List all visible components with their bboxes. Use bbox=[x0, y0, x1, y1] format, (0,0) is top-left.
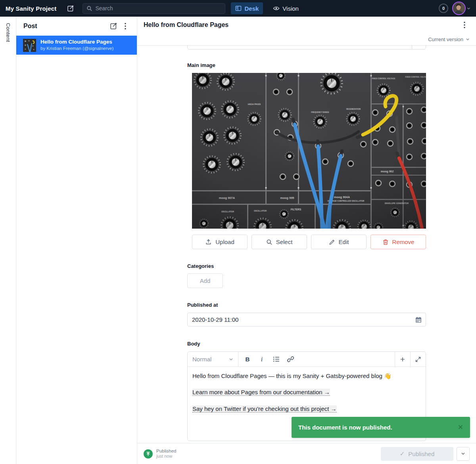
published-at-input[interactable] bbox=[192, 316, 411, 323]
published-at-field bbox=[187, 313, 426, 327]
editor-content[interactable]: Hello from Cloudflare Pages — this is my… bbox=[188, 367, 426, 413]
tab-desk[interactable]: Desk bbox=[231, 2, 263, 14]
plus-icon: + bbox=[400, 355, 405, 363]
edit-label: Edit bbox=[339, 239, 349, 245]
eye-icon bbox=[273, 6, 280, 11]
add-category-button[interactable]: Add bbox=[187, 273, 223, 288]
synthesizer-photo: FIXED CONTROL VOLTAGE FIXED CONTROL VOLT… bbox=[192, 73, 426, 229]
document-footer: Published just now ✓ Published bbox=[137, 443, 476, 464]
select-button[interactable]: Select bbox=[251, 235, 307, 249]
document-pane: Hello from Cloudflare Pages Current vers… bbox=[137, 17, 476, 464]
publish-button-label: Published bbox=[408, 451, 434, 457]
spacer bbox=[297, 352, 395, 367]
main-image-preview[interactable]: FIXED CONTROL VOLTAGE FIXED CONTROL VOLT… bbox=[192, 73, 426, 229]
post-thumbnail bbox=[23, 39, 36, 52]
edit-button[interactable]: Edit bbox=[311, 235, 367, 249]
link-icon bbox=[287, 356, 294, 363]
user-menu[interactable] bbox=[452, 2, 470, 15]
status-badge[interactable]: 0 bbox=[439, 4, 448, 13]
create-post-button[interactable] bbox=[107, 20, 119, 32]
compose-icon bbox=[110, 22, 117, 30]
body-link-twitter[interactable]: Say hey on Twitter if you're checking ou… bbox=[192, 405, 337, 412]
post-item-text: Hello from Cloudflare Pages by Kristian … bbox=[40, 39, 113, 52]
navbar-right: 0 bbox=[439, 2, 470, 15]
publish-button[interactable]: ✓ Published bbox=[381, 447, 453, 461]
pencil-icon bbox=[329, 239, 335, 245]
remove-button[interactable]: Remove bbox=[370, 235, 426, 249]
link-button[interactable] bbox=[284, 353, 297, 365]
trash-icon bbox=[382, 239, 389, 245]
remove-label: Remove bbox=[392, 239, 415, 245]
post-item-title: Hello from Cloudflare Pages bbox=[40, 39, 113, 46]
check-icon: ✓ bbox=[400, 450, 405, 457]
document-form: Main image bbox=[187, 46, 426, 441]
chevron-down-icon bbox=[461, 452, 465, 455]
slug-field-clipped bbox=[187, 46, 426, 50]
body-paragraph: Hello from Cloudflare Pages — this is my… bbox=[192, 372, 421, 380]
categories-label: Categories bbox=[187, 263, 426, 269]
publish-status-icon bbox=[144, 449, 153, 458]
chevron-down-icon bbox=[467, 7, 470, 10]
project-title: My Sanity Project bbox=[6, 5, 56, 12]
search-icon bbox=[266, 239, 273, 245]
content-rail[interactable]: Content bbox=[0, 17, 16, 464]
bold-button[interactable]: B bbox=[241, 353, 254, 365]
chevron-down-icon bbox=[466, 38, 470, 41]
upload-button[interactable]: Upload bbox=[192, 235, 248, 249]
content-rail-label: Content bbox=[5, 23, 11, 42]
tab-vision-label: Vision bbox=[282, 5, 299, 12]
main-image-label: Main image bbox=[187, 62, 426, 68]
upload-icon bbox=[205, 239, 212, 245]
search-input[interactable] bbox=[95, 5, 221, 11]
document-list-pane: Post Hello from Cloudflare Pages by Kris… bbox=[16, 17, 137, 464]
document-menu-button[interactable] bbox=[459, 19, 470, 31]
bullet-list-button[interactable] bbox=[269, 353, 283, 365]
image-actions: Upload Select Edit Remove bbox=[192, 235, 426, 249]
format-buttons: B i bbox=[238, 352, 297, 367]
tab-vision[interactable]: Vision bbox=[269, 2, 303, 14]
kebab-icon bbox=[464, 21, 465, 29]
chevron-down-icon bbox=[229, 358, 233, 361]
document-title: Hello from Cloudflare Pages bbox=[144, 21, 228, 29]
upload-label: Upload bbox=[215, 239, 234, 245]
publish-status-title: Published bbox=[156, 449, 177, 454]
compose-icon bbox=[67, 5, 74, 12]
published-at-label: Published at bbox=[187, 302, 426, 308]
publish-menu-button[interactable] bbox=[457, 447, 470, 461]
insert-block-button[interactable]: + bbox=[395, 352, 410, 367]
global-search[interactable] bbox=[83, 3, 225, 14]
select-label: Select bbox=[276, 239, 293, 245]
fullscreen-button[interactable] bbox=[410, 352, 426, 367]
add-label: Add bbox=[200, 277, 211, 284]
publish-status-text: Published just now bbox=[156, 449, 177, 459]
italic-button[interactable]: i bbox=[255, 353, 269, 365]
kebab-icon bbox=[125, 23, 126, 30]
document-scroll-area[interactable]: Main image bbox=[137, 46, 476, 443]
new-document-button[interactable] bbox=[65, 3, 76, 14]
calendar-icon bbox=[415, 316, 422, 323]
text-style-select[interactable]: Normal bbox=[188, 352, 238, 367]
body-link-documentation[interactable]: Learn more about Pages from our document… bbox=[192, 389, 330, 396]
list-pane-title: Post bbox=[23, 23, 37, 30]
top-navbar: My Sanity Project Desk Vision 0 bbox=[0, 0, 476, 17]
publish-arrow-icon bbox=[145, 451, 151, 457]
list-item-post[interactable]: Hello from Cloudflare Pages by Kristian … bbox=[16, 36, 137, 55]
list-pane-header: Post bbox=[16, 17, 137, 36]
slug-input[interactable] bbox=[187, 46, 426, 50]
document-header: Hello from Cloudflare Pages Current vers… bbox=[137, 17, 476, 46]
desk-icon bbox=[235, 5, 242, 11]
expand-icon bbox=[415, 357, 421, 362]
divider bbox=[412, 46, 412, 49]
version-selector[interactable]: Current version bbox=[428, 36, 470, 42]
text-style-value: Normal bbox=[192, 356, 211, 363]
list-menu-button[interactable] bbox=[119, 20, 131, 32]
avatar bbox=[452, 2, 466, 15]
version-label: Current version bbox=[428, 36, 463, 42]
tab-desk-label: Desk bbox=[244, 5, 259, 12]
calendar-button[interactable] bbox=[415, 316, 422, 323]
search-icon bbox=[86, 6, 92, 11]
editor-toolbar: Normal B i + bbox=[188, 352, 426, 367]
close-icon[interactable]: ✕ bbox=[458, 423, 463, 432]
body-label: Body bbox=[187, 341, 426, 347]
footer-actions: ✓ Published bbox=[381, 447, 470, 461]
